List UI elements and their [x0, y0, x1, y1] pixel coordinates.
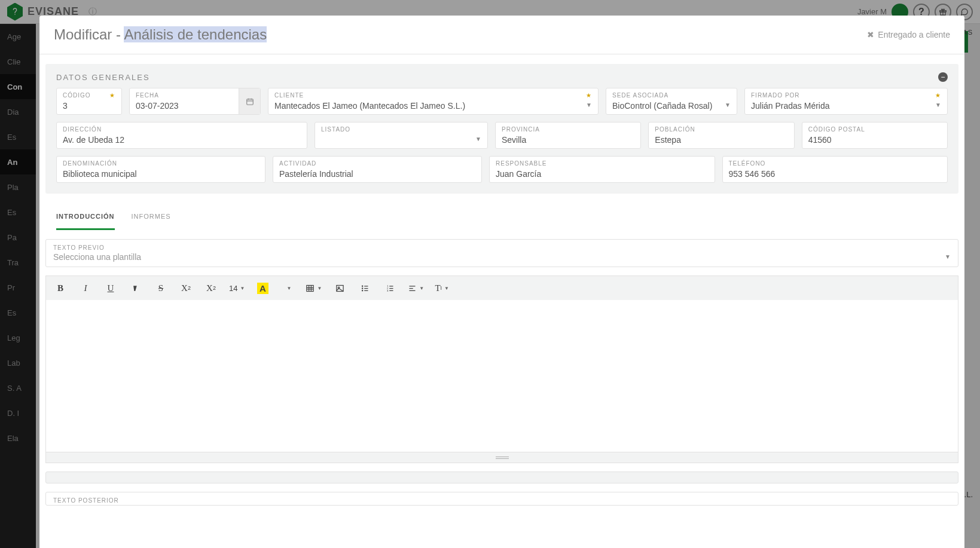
panel-title: DATOS GENERALES: [56, 73, 150, 82]
modal-body: DATOS GENERALES − CÓDIGO★ FECHA CLIENTE★…: [39, 54, 964, 548]
spacer: [45, 472, 958, 483]
datos-generales-panel: DATOS GENERALES − CÓDIGO★ FECHA CLIENTE★…: [45, 64, 958, 194]
calendar-icon[interactable]: [239, 88, 260, 114]
modal-title-highlight: Análisis de tendencias: [124, 26, 267, 42]
telefono-input[interactable]: [729, 169, 942, 179]
sede-field[interactable]: SEDE ASOCIADA BioControl (Cañada Rosal) …: [606, 88, 737, 115]
svg-text:3: 3: [387, 289, 389, 292]
subscript-icon[interactable]: X2: [204, 281, 218, 295]
firmado-label: FIRMADO POR: [751, 92, 800, 99]
codigo-field[interactable]: CÓDIGO★: [56, 88, 122, 115]
chevron-down-icon: ▼: [419, 286, 424, 291]
required-icon: ★: [586, 92, 592, 99]
direccion-field[interactable]: DIRECCIÓN: [56, 122, 307, 149]
denom-field[interactable]: DENOMINACIÓN: [56, 156, 265, 183]
text-color-icon[interactable]: A: [255, 281, 270, 295]
color-dropdown-icon[interactable]: ▼: [280, 281, 295, 295]
svg-rect-3: [307, 285, 313, 291]
chevron-down-icon: ▼: [444, 286, 449, 291]
poblacion-label: POBLACIÓN: [655, 126, 695, 133]
editor-section: TEXTO PREVIO Selecciona una plantilla ▼ …: [45, 231, 958, 506]
texto-posterior-label: TEXTO POSTERIOR: [53, 497, 951, 504]
required-icon: ★: [109, 92, 115, 99]
tab-informes[interactable]: INFORMES: [132, 204, 171, 230]
chevron-down-icon: ▼: [317, 286, 322, 291]
responsable-field[interactable]: RESPONSABLE: [489, 156, 715, 183]
firmado-field[interactable]: FIRMADO POR★ Julián Pradas Mérida ▼: [744, 88, 948, 115]
strike-icon[interactable]: S: [154, 281, 168, 295]
table-icon[interactable]: ▼: [306, 281, 322, 295]
modal-title-prefix: Modificar -: [54, 26, 124, 42]
sede-label: SEDE ASOCIADA: [612, 92, 668, 99]
close-x-icon: ✖: [867, 30, 874, 39]
chevron-down-icon: ▼: [475, 136, 481, 142]
listado-label: LISTADO: [321, 126, 350, 133]
fontsize-select[interactable]: 14▼: [229, 281, 245, 295]
tab-introduccion[interactable]: INTRODUCCIÓN: [56, 204, 115, 230]
actividad-label: ACTIVIDAD: [279, 160, 316, 167]
direccion-label: DIRECCIÓN: [63, 126, 102, 133]
bullet-list-icon[interactable]: [358, 281, 372, 295]
telefono-field[interactable]: TELÉFONO: [722, 156, 948, 183]
grip-icon: [496, 457, 509, 459]
denom-input[interactable]: [63, 169, 259, 179]
clear-format-icon[interactable]: [129, 281, 143, 295]
sede-value: BioControl (Cañada Rosal): [612, 101, 731, 111]
chevron-down-icon: ▼: [240, 286, 245, 291]
direccion-input[interactable]: [63, 135, 301, 145]
italic-icon[interactable]: I: [78, 281, 93, 295]
bold-icon[interactable]: B: [53, 281, 68, 295]
actividad-field[interactable]: ACTIVIDAD: [273, 156, 482, 183]
poblacion-field[interactable]: POBLACIÓN: [648, 122, 794, 149]
texto-posterior-select[interactable]: TEXTO POSTERIOR: [45, 492, 958, 506]
denom-label: DENOMINACIÓN: [63, 160, 117, 167]
texto-previo-label: TEXTO PREVIO: [53, 244, 951, 251]
svg-point-6: [362, 286, 362, 286]
svg-point-7: [362, 287, 362, 288]
chevron-down-icon: ▼: [586, 102, 592, 108]
cliente-label: CLIENTE: [274, 92, 304, 99]
poblacion-input[interactable]: [655, 135, 787, 145]
number-list-icon[interactable]: 123: [383, 281, 397, 295]
texto-previo-placeholder: Selecciona una plantilla: [53, 252, 951, 262]
underline-icon[interactable]: U: [103, 281, 118, 295]
chevron-down-icon: ▼: [935, 102, 941, 108]
responsable-input[interactable]: [496, 169, 709, 179]
provincia-label: PROVINCIA: [502, 126, 540, 133]
cliente-field[interactable]: CLIENTE★ Mantecados El Jameo (Mantecados…: [268, 88, 599, 115]
fecha-label: FECHA: [136, 92, 159, 99]
cp-field[interactable]: CÓDIGO POSTAL: [802, 122, 948, 149]
delivered-label: Entregado a cliente: [878, 30, 950, 39]
editor-resize-handle[interactable]: [45, 452, 958, 463]
texto-previo-select[interactable]: TEXTO PREVIO Selecciona una plantilla ▼: [45, 239, 958, 267]
codigo-label: CÓDIGO: [63, 92, 91, 99]
cp-input[interactable]: [808, 135, 941, 145]
codigo-input[interactable]: [63, 101, 115, 111]
align-icon[interactable]: ▼: [408, 281, 424, 295]
delivered-button[interactable]: ✖ Entregado a cliente: [867, 30, 950, 39]
provincia-input[interactable]: [502, 135, 634, 145]
svg-point-8: [362, 290, 362, 290]
provincia-field[interactable]: PROVINCIA: [495, 122, 641, 149]
responsable-label: RESPONSABLE: [496, 160, 547, 167]
chevron-down-icon: ▼: [945, 253, 951, 260]
modal: Modificar - Análisis de tendencias ✖ Ent…: [39, 16, 964, 548]
telefono-label: TELÉFONO: [729, 160, 766, 167]
collapse-icon[interactable]: −: [938, 72, 948, 82]
actividad-input[interactable]: [279, 169, 475, 179]
editor-content[interactable]: [45, 300, 958, 452]
tabs: INTRODUCCIÓN INFORMES: [45, 204, 958, 231]
paragraph-icon[interactable]: TI▼: [435, 281, 449, 295]
cp-label: CÓDIGO POSTAL: [808, 126, 865, 133]
required-icon: ★: [935, 92, 941, 99]
editor-toolbar: B I U S X2 X2 14▼ A ▼ ▼ 123 ▼ TI▼: [45, 275, 958, 300]
fecha-input[interactable]: [136, 101, 254, 111]
modal-header: Modificar - Análisis de tendencias ✖ Ent…: [39, 16, 964, 54]
superscript-icon[interactable]: X2: [179, 281, 193, 295]
listado-field[interactable]: LISTADO ▼: [315, 122, 488, 149]
svg-rect-2: [246, 99, 253, 104]
chevron-down-icon: ▼: [725, 102, 731, 108]
fecha-field[interactable]: FECHA: [129, 88, 261, 115]
cliente-value: Mantecados El Jameo (Mantecados El Jameo…: [274, 101, 592, 111]
image-icon[interactable]: [332, 281, 347, 295]
